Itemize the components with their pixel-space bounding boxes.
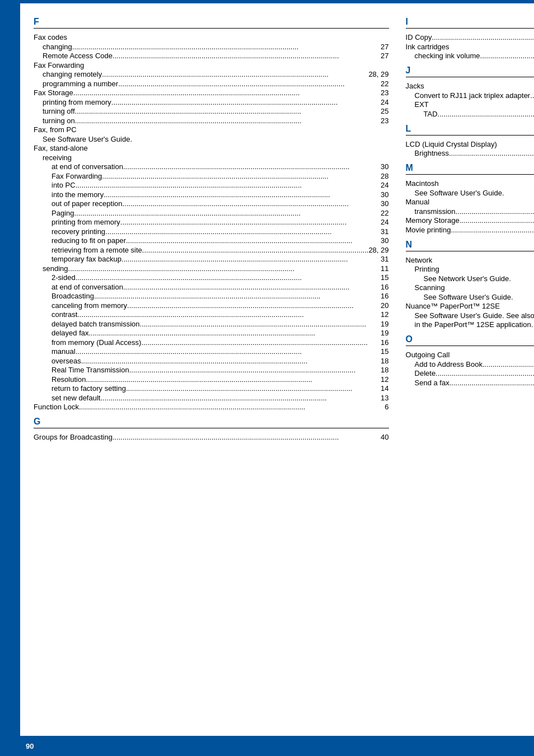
entry-label: canceling from memory bbox=[51, 301, 127, 310]
entry-label: into the memory bbox=[51, 190, 104, 199]
index-entry: recovery printing ......................… bbox=[34, 227, 389, 236]
entry-page: 30 bbox=[372, 190, 389, 199]
index-entry: Fax Forwarding bbox=[34, 61, 389, 69]
entry-page: 23 bbox=[372, 88, 389, 97]
entry-page: 12 bbox=[372, 310, 389, 319]
entry-label: transmission bbox=[415, 207, 456, 216]
index-entry: in the PaperPort™ 12SE application. bbox=[406, 320, 534, 329]
left-column: FFax codeschanging .....................… bbox=[34, 11, 389, 445]
entry-page: 12 bbox=[372, 375, 389, 384]
index-entry: Nuance™ PaperPort™ 12SE bbox=[406, 302, 534, 310]
entry-page: 24 bbox=[372, 181, 389, 189]
index-entry: Delete .................................… bbox=[406, 369, 534, 377]
index-entry: printing from memory ...................… bbox=[34, 98, 389, 106]
entry-dots: ........................................… bbox=[140, 320, 372, 328]
index-entry: programming a number ...................… bbox=[34, 80, 389, 88]
entry-label: Paging bbox=[51, 209, 74, 217]
entry-label: Movie printing bbox=[406, 226, 451, 234]
entry-label: into PC bbox=[51, 181, 76, 189]
index-entry: changing remotely ......................… bbox=[34, 70, 389, 78]
entry-label: set new default bbox=[51, 394, 100, 402]
entry-dots: ........................................… bbox=[76, 181, 372, 189]
entry-dots: ........................................… bbox=[76, 273, 372, 282]
entry-dots: ........................................… bbox=[89, 329, 372, 337]
index-entry: LCD (Liquid Crystal Display) bbox=[406, 140, 534, 148]
entry-page: 40 bbox=[372, 433, 389, 441]
entry-text: See Network User's Guide. bbox=[424, 274, 511, 283]
entry-page: 18 bbox=[372, 366, 389, 374]
entry-text: See Software User's Guide. bbox=[415, 189, 504, 197]
entry-page: 27 bbox=[372, 43, 389, 51]
index-entry: changing ...............................… bbox=[34, 43, 389, 51]
entry-text: in the PaperPort™ 12SE application. bbox=[415, 320, 533, 329]
index-entry: Movie printing .........................… bbox=[406, 226, 534, 234]
index-entry: at end of conversation .................… bbox=[34, 283, 389, 291]
index-entry: Fax Storage ............................… bbox=[34, 88, 389, 97]
entry-label: printing from memory bbox=[51, 218, 120, 226]
entry-label: contrast bbox=[51, 310, 77, 319]
entry-dots: ........................................… bbox=[77, 310, 372, 319]
entry-label: Groups for Broadcasting bbox=[34, 433, 113, 441]
entry-page: 20 bbox=[372, 301, 389, 310]
right-column: IID Copy ...............................… bbox=[406, 11, 534, 445]
index-entry: Macintosh bbox=[406, 179, 534, 188]
index-entry: reducing to fit on paper ...............… bbox=[34, 236, 389, 245]
index-entry: out of paper reception .................… bbox=[34, 199, 389, 208]
entry-page: 19 bbox=[372, 329, 389, 337]
index-entry: turning off ............................… bbox=[34, 107, 389, 115]
index-entry: Fax codes bbox=[34, 33, 389, 41]
index-entry: Ink cartridges bbox=[406, 43, 534, 51]
entry-page: 28, 29 bbox=[368, 70, 388, 78]
entry-page: 30 bbox=[372, 236, 389, 245]
entry-text: Network bbox=[406, 256, 433, 264]
entry-dots: ........................................… bbox=[118, 80, 372, 88]
section-divider bbox=[406, 346, 534, 346]
index-entry: Groups for Broadcasting ................… bbox=[34, 433, 389, 441]
entry-dots: ........................................… bbox=[72, 43, 372, 51]
entry-page: 16 bbox=[372, 338, 389, 347]
entry-dots: ........................................… bbox=[142, 246, 369, 254]
index-section: MMacintoshSee Software User's Guide.Manu… bbox=[406, 163, 534, 234]
entry-dots: ........................................… bbox=[76, 347, 372, 356]
index-section: OOutgoing CallAdd to Address Book ......… bbox=[406, 334, 534, 387]
entry-label: temporary fax backup bbox=[51, 255, 121, 263]
entry-dots: ........................................… bbox=[460, 216, 534, 225]
section-divider bbox=[34, 28, 389, 29]
entry-text: Jacks bbox=[406, 82, 424, 90]
entry-dots: ........................................… bbox=[68, 264, 372, 273]
entry-dots: ........................................… bbox=[123, 162, 372, 171]
index-entry: from memory (Dual Access) ..............… bbox=[34, 338, 389, 347]
index-section: JJacksConvert to RJ11 jack triplex adapt… bbox=[406, 66, 534, 118]
index-entry: Fax, from PC bbox=[34, 125, 389, 134]
entry-dots: ........................................… bbox=[126, 236, 372, 245]
entry-dots: ........................................… bbox=[104, 190, 372, 199]
entry-page: 11 bbox=[372, 264, 389, 273]
entry-page: 30 bbox=[372, 162, 389, 171]
entry-label: retrieving from a remote site bbox=[51, 246, 142, 254]
section-letter-i: I bbox=[406, 17, 534, 27]
entry-text: See Software User's Guide. bbox=[43, 135, 132, 143]
entry-dots: ........................................… bbox=[480, 52, 534, 60]
index-entry: canceling from memory ..................… bbox=[34, 301, 389, 310]
entry-page: 28, 29 bbox=[368, 246, 388, 254]
main-content: FFax codeschanging .....................… bbox=[34, 11, 523, 445]
entry-dots: ........................................… bbox=[105, 227, 372, 236]
index-entry: Outgoing Call bbox=[406, 351, 534, 359]
entry-text: receiving bbox=[43, 153, 72, 162]
entry-text: See Software User's Guide. bbox=[424, 293, 513, 301]
entry-dots: ........................................… bbox=[113, 433, 372, 441]
entry-dots: ........................................… bbox=[75, 107, 372, 115]
entry-text: See Software User's Guide. See also Help bbox=[415, 311, 534, 320]
entry-label: Delete bbox=[415, 369, 436, 377]
entry-label: changing bbox=[43, 43, 72, 51]
index-entry: Paging .................................… bbox=[34, 209, 389, 217]
bottom-bar: 90 bbox=[0, 736, 534, 756]
entry-label: at end of conversation bbox=[51, 283, 123, 291]
entry-label: at end of conversation bbox=[51, 162, 123, 171]
section-divider bbox=[406, 251, 534, 251]
index-entry: Printing bbox=[406, 265, 534, 273]
section-divider bbox=[406, 77, 534, 77]
entry-dots: ........................................… bbox=[141, 338, 372, 347]
entry-label: Memory Storage bbox=[406, 216, 460, 225]
entry-label: Fax Storage bbox=[34, 88, 73, 97]
